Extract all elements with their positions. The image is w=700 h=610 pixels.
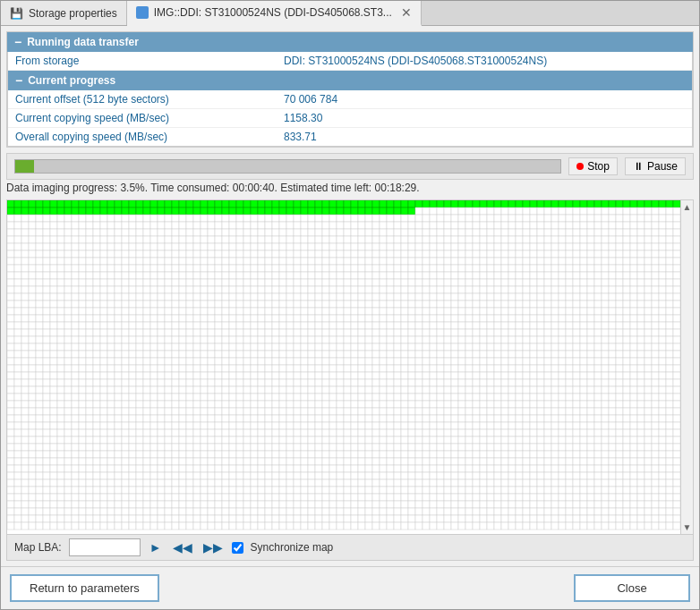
nav-rewind-button[interactable]: ◀◀ [171, 540, 194, 555]
map-canvas [7, 200, 680, 534]
progress-bar-fill [15, 160, 34, 173]
from-storage-value: DDI: ST31000524NS (DDI-DS405068.ST310005… [284, 55, 685, 67]
offset-value: 70 006 784 [284, 93, 685, 106]
return-to-parameters-button[interactable]: Return to parameters [10, 574, 159, 602]
stop-button[interactable]: Stop [568, 157, 618, 175]
running-transfer-body: From storage DDI: ST31000524NS (DDI-DS40… [7, 52, 693, 147]
overall-speed-label: Overall copying speed (MB/sec) [15, 131, 284, 143]
return-label: Return to parameters [30, 581, 140, 595]
offset-label: Current offset (512 byte sectors) [15, 93, 284, 106]
tab-storage-properties[interactable]: 💾 Storage properties [1, 1, 127, 25]
sync-label: Synchronize map [251, 541, 334, 554]
copy-speed-value: 1158.30 [284, 112, 685, 124]
map-container: ▲ ▼ [6, 199, 694, 535]
collapse-icon[interactable]: − [14, 35, 21, 49]
progress-bar-container [14, 159, 561, 174]
pause-icon: ⏸ [633, 160, 644, 173]
bottom-bar: Return to parameters Close [1, 566, 699, 609]
pause-label: Pause [647, 160, 678, 173]
from-storage-row: From storage DDI: ST31000524NS (DDI-DS40… [8, 52, 692, 71]
map-scrollbar[interactable]: ▲ ▼ [680, 200, 693, 534]
copy-speed-row: Current copying speed (MB/sec) 1158.30 [8, 109, 692, 128]
main-window: 💾 Storage properties IMG::DDI: ST3100052… [0, 0, 700, 610]
tab-close-icon[interactable]: ✕ [401, 5, 412, 20]
from-storage-label: From storage [15, 55, 284, 67]
progress-area: Stop ⏸ Pause [6, 153, 694, 180]
offset-row: Current offset (512 byte sectors) 70 006… [8, 90, 692, 109]
stop-label: Stop [587, 160, 610, 173]
close-button[interactable]: Close [574, 574, 690, 602]
current-progress-rows: Current offset (512 byte sectors) 70 006… [8, 90, 692, 146]
nav-play-button[interactable]: ► [148, 540, 164, 555]
stop-dot-icon [576, 163, 584, 170]
map-controls: Map LBA: ► ◀◀ ▶▶ Synchronize map [6, 535, 694, 561]
sync-checkbox[interactable] [232, 542, 243, 554]
main-content: − Running data transfer From storage DDI… [1, 26, 699, 566]
scroll-up-icon[interactable]: ▲ [683, 202, 692, 212]
current-progress-title: Current progress [28, 74, 115, 87]
nav-fast-forward-button[interactable]: ▶▶ [201, 540, 225, 555]
tab-img-label: IMG::DDI: ST31000524NS (DDI-DS405068.ST3… [154, 6, 392, 19]
tab-img-ddi[interactable]: IMG::DDI: ST31000524NS (DDI-DS405068.ST3… [127, 1, 422, 26]
map-lba-label: Map LBA: [14, 541, 62, 554]
running-transfer-section: − Running data transfer From storage DDI… [6, 31, 694, 148]
status-text: Data imaging progress: 3.5%. Time consum… [6, 180, 694, 198]
overall-speed-row: Overall copying speed (MB/sec) 833.71 [8, 128, 692, 146]
close-label: Close [617, 581, 646, 595]
map-lba-input[interactable] [69, 538, 141, 556]
collapse-progress-icon[interactable]: − [15, 73, 22, 88]
running-transfer-header: − Running data transfer [7, 32, 693, 52]
tab-storage-label: Storage properties [29, 7, 117, 20]
img-icon [136, 6, 149, 19]
current-progress-header: − Current progress [8, 71, 692, 90]
scroll-down-icon[interactable]: ▼ [683, 522, 692, 532]
running-transfer-title: Running data transfer [27, 36, 139, 48]
pause-button[interactable]: ⏸ Pause [625, 157, 686, 175]
overall-speed-value: 833.71 [284, 131, 685, 143]
title-bar: 💾 Storage properties IMG::DDI: ST3100052… [1, 1, 699, 26]
copy-speed-label: Current copying speed (MB/sec) [15, 112, 284, 124]
storage-icon: 💾 [10, 7, 23, 20]
